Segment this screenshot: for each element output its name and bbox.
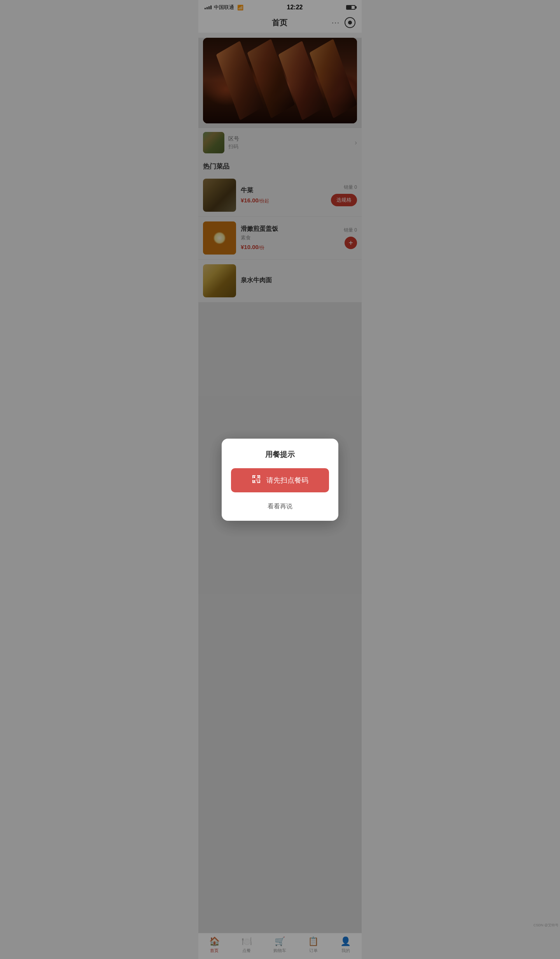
svg-rect-1 — [252, 475, 253, 478]
modal-later-button[interactable]: 看看再说 — [231, 500, 329, 513]
svg-rect-5 — [252, 480, 253, 483]
svg-rect-14 — [257, 480, 258, 482]
modal-scan-label: 请先扫点餐码 — [266, 476, 308, 485]
modal-title: 用餐提示 — [231, 450, 329, 460]
scan-qr-button[interactable]: 请先扫点餐码 — [231, 468, 329, 492]
modal-overlay[interactable]: 用餐提示 — [198, 0, 362, 950]
svg-rect-10 — [254, 480, 255, 482]
svg-rect-13 — [256, 480, 257, 481]
modal-box: 用餐提示 — [222, 439, 338, 521]
svg-rect-9 — [257, 476, 259, 478]
svg-rect-11 — [256, 479, 257, 480]
svg-rect-8 — [254, 476, 255, 478]
svg-rect-12 — [257, 479, 258, 480]
qr-scan-icon — [252, 474, 261, 486]
svg-rect-3 — [259, 475, 260, 478]
svg-rect-7 — [259, 480, 260, 483]
svg-rect-15 — [259, 479, 260, 480]
